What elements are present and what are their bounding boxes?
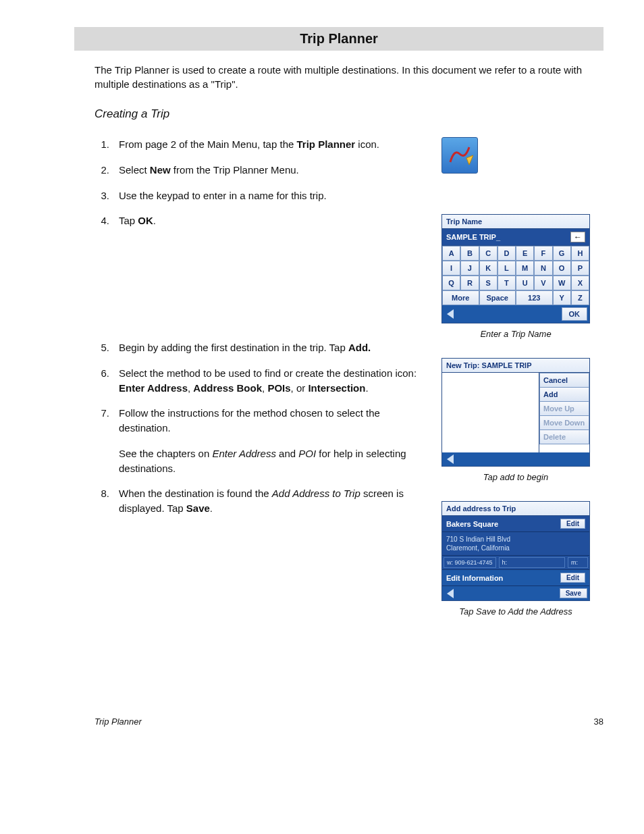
step-num: 6.: [95, 366, 109, 396]
page-footer: Trip Planner 38: [95, 716, 603, 727]
svg-marker-0: [466, 155, 473, 165]
space-key[interactable]: Space: [479, 290, 516, 305]
key[interactable]: O: [553, 261, 571, 276]
edit-name-button[interactable]: Edit: [560, 519, 585, 529]
step-italic: Add Address to Trip: [272, 488, 360, 499]
step-bold: Enter Address: [119, 382, 188, 394]
section-heading: Creating a Trip: [95, 107, 603, 121]
more-key[interactable]: More: [442, 290, 479, 305]
key[interactable]: D: [498, 246, 516, 261]
phone-row: w: 909-621-4745 h: m:: [442, 556, 589, 570]
trip-planner-icon: [441, 137, 478, 174]
note-text: and: [276, 448, 298, 459]
edit-info-button[interactable]: Edit: [560, 573, 585, 583]
key[interactable]: M: [516, 261, 534, 276]
step-2: 2. Select New from the Trip Planner Menu…: [95, 163, 425, 178]
move-up-button[interactable]: Move Up: [539, 402, 589, 416]
step-text: Begin by adding the first destination in…: [119, 342, 348, 353]
mobile-phone[interactable]: m:: [568, 557, 588, 568]
back-icon[interactable]: [447, 309, 454, 319]
address-text: 710 S Indian Hill Blvd Claremont, Califo…: [442, 532, 589, 556]
back-icon[interactable]: [447, 589, 454, 598]
key[interactable]: N: [534, 261, 552, 276]
step-num: 1.: [95, 137, 109, 152]
backspace-key[interactable]: ←: [570, 232, 585, 242]
numeric-key[interactable]: 123: [516, 290, 553, 305]
panel-header: Add address to Trip: [442, 502, 589, 516]
address-line-2: Claremont, California: [446, 544, 510, 552]
key[interactable]: V: [534, 276, 552, 290]
add-address-panel: Add address to Trip Bakers Square Edit 7…: [441, 501, 590, 601]
step-bold: OK: [138, 215, 153, 226]
step-text: icon.: [355, 138, 379, 150]
key[interactable]: S: [479, 276, 498, 290]
key[interactable]: F: [534, 246, 552, 261]
key[interactable]: G: [553, 246, 571, 261]
cancel-button[interactable]: Cancel: [539, 373, 589, 388]
step-bold: New: [150, 164, 171, 176]
step-bold: Address Book: [193, 382, 262, 394]
trip-destination-list[interactable]: [442, 373, 539, 452]
key[interactable]: P: [571, 261, 589, 276]
panel-header: Trip Name: [442, 215, 589, 229]
figure-caption: Tap add to begin: [441, 472, 590, 482]
key[interactable]: R: [460, 276, 479, 290]
intro-paragraph: The Trip Planner is used to create a rou…: [95, 63, 603, 91]
step-4: 4. Tap OK.: [95, 213, 425, 228]
keyboard-grid: A B C D E F G H I J K L M N O P Q R S T: [442, 246, 589, 305]
move-down-button[interactable]: Move Down: [539, 416, 589, 430]
trip-name-field[interactable]: SAMPLE TRIP_ ←: [442, 229, 589, 246]
page-title: Trip Planner: [74, 27, 603, 51]
note-italic: POI: [298, 448, 316, 459]
poi-name: Bakers Square: [446, 520, 498, 528]
key[interactable]: Q: [442, 276, 460, 290]
step-num: 3.: [95, 188, 109, 203]
step-text: Select the method to be used to find or …: [119, 367, 417, 379]
step-num: 7.: [95, 406, 109, 436]
key[interactable]: I: [442, 261, 460, 276]
ok-button[interactable]: OK: [562, 307, 588, 321]
key[interactable]: C: [479, 246, 498, 261]
back-icon[interactable]: [447, 454, 454, 464]
key[interactable]: L: [498, 261, 516, 276]
key[interactable]: U: [516, 276, 534, 290]
work-phone[interactable]: w: 909-621-4745: [444, 557, 496, 568]
home-phone[interactable]: h:: [499, 557, 565, 568]
footer-page-number: 38: [594, 716, 603, 727]
key[interactable]: K: [479, 261, 498, 276]
step-text: , or: [291, 382, 308, 394]
key[interactable]: W: [553, 276, 571, 290]
figure-caption: Enter a Trip Name: [441, 329, 590, 339]
step-text: Tap: [119, 215, 138, 226]
step-bold: Add.: [348, 342, 371, 353]
key[interactable]: X: [571, 276, 589, 290]
key[interactable]: E: [516, 246, 534, 261]
step-text: from the Trip Planner Menu.: [171, 164, 299, 176]
note-italic: Enter Address: [212, 448, 276, 459]
key[interactable]: Z: [571, 290, 589, 305]
key[interactable]: B: [460, 246, 479, 261]
key[interactable]: H: [571, 246, 589, 261]
note-text: See the chapters on: [119, 448, 212, 459]
enter-trip-name-panel: Trip Name SAMPLE TRIP_ ← A B C D E F G H…: [441, 214, 590, 323]
step-5: 5. Begin by adding the first destination…: [95, 340, 425, 355]
step-6: 6. Select the method to be used to find …: [95, 366, 425, 396]
step-num: 4.: [95, 213, 109, 228]
step-3: 3. Use the keypad to enter in a name for…: [95, 188, 425, 203]
step-text: Follow the instructions for the method c…: [119, 406, 425, 436]
delete-button[interactable]: Delete: [539, 430, 589, 444]
step-num: 8.: [95, 486, 109, 516]
save-button[interactable]: Save: [560, 588, 587, 598]
key[interactable]: T: [498, 276, 516, 290]
trip-name-value: SAMPLE TRIP_: [446, 233, 500, 241]
key[interactable]: A: [442, 246, 460, 261]
panel-header: New Trip: SAMPLE TRIP: [442, 359, 589, 373]
key[interactable]: J: [460, 261, 479, 276]
add-button[interactable]: Add: [539, 388, 589, 402]
step-text: Select: [119, 164, 150, 176]
key[interactable]: Y: [553, 290, 571, 305]
step-num: 5.: [95, 340, 109, 355]
step-bold: Save: [186, 502, 210, 514]
step-text: When the destination is found the: [119, 488, 272, 499]
step-7-note: See the chapters on Enter Address and PO…: [119, 446, 425, 476]
